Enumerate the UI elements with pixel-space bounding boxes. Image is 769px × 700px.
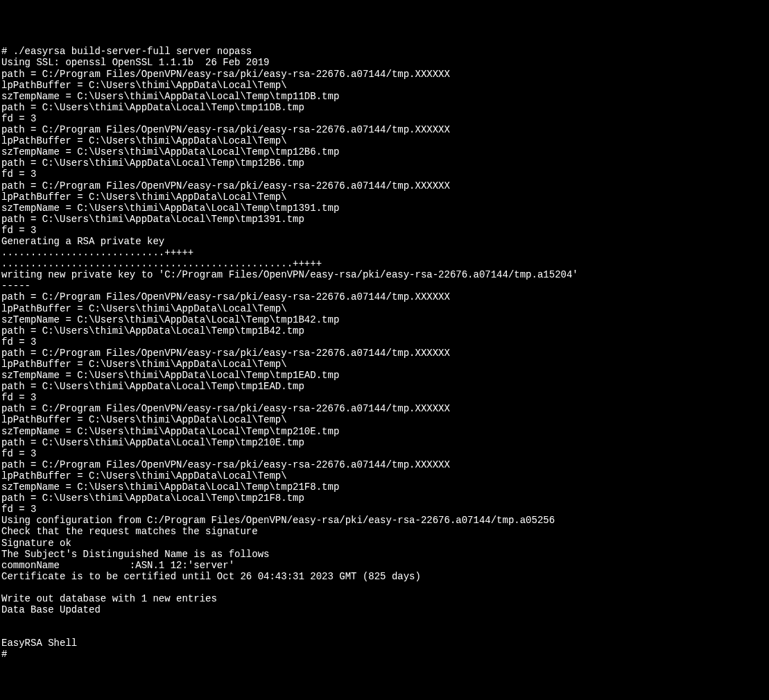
terminal-line: lpPathBuffer = C:\Users\thimi\AppData\Lo… xyxy=(1,135,769,146)
terminal-line: szTempName = C:\Users\thimi\AppData\Loca… xyxy=(1,481,769,493)
terminal-line: EasyRSA Shell xyxy=(1,638,769,649)
terminal-output[interactable]: # ./easyrsa build-server-full server nop… xyxy=(1,46,769,660)
terminal-line: The Subject's Distinguished Name is as f… xyxy=(1,549,769,560)
terminal-line xyxy=(1,626,769,638)
terminal-line: ............................+++++ xyxy=(1,247,769,258)
terminal-line: ........................................… xyxy=(1,258,769,269)
terminal-line: Using SSL: openssl OpenSSL 1.1.1b 26 Feb… xyxy=(1,57,769,68)
terminal-line: Certificate is to be certified until Oct… xyxy=(1,571,769,582)
terminal-line: path = C:/Program Files/OpenVPN/easy-rsa… xyxy=(1,459,769,470)
terminal-line: szTempName = C:\Users\thimi\AppData\Loca… xyxy=(1,426,769,437)
terminal-line: path = C:\Users\thimi\AppData\Local\Temp… xyxy=(1,381,769,392)
terminal-line: # xyxy=(1,649,769,660)
terminal-line: ----- xyxy=(1,280,769,291)
terminal-line: # ./easyrsa build-server-full server nop… xyxy=(1,46,769,57)
terminal-line: writing new private key to 'C:/Program F… xyxy=(1,269,769,280)
terminal-line: Data Base Updated xyxy=(1,604,769,615)
terminal-line: fd = 3 xyxy=(1,504,769,515)
terminal-line: lpPathBuffer = C:\Users\thimi\AppData\Lo… xyxy=(1,470,769,481)
terminal-line: path = C:\Users\thimi\AppData\Local\Temp… xyxy=(1,214,769,225)
terminal-line: fd = 3 xyxy=(1,169,769,180)
terminal-line: path = C:/Program Files/OpenVPN/easy-rsa… xyxy=(1,124,769,135)
terminal-line: fd = 3 xyxy=(1,448,769,459)
terminal-line: lpPathBuffer = C:\Users\thimi\AppData\Lo… xyxy=(1,303,769,314)
terminal-line: commonName :ASN.1 12:'server' xyxy=(1,560,769,571)
terminal-line: Generating a RSA private key xyxy=(1,236,769,247)
terminal-line: fd = 3 xyxy=(1,113,769,124)
terminal-line: path = C:\Users\thimi\AppData\Local\Temp… xyxy=(1,493,769,504)
terminal-line: szTempName = C:\Users\thimi\AppData\Loca… xyxy=(1,146,769,157)
terminal-line: fd = 3 xyxy=(1,225,769,236)
terminal-line: lpPathBuffer = C:\Users\thimi\AppData\Lo… xyxy=(1,359,769,370)
terminal-line: lpPathBuffer = C:\Users\thimi\AppData\Lo… xyxy=(1,80,769,91)
terminal-line: path = C:/Program Files/OpenVPN/easy-rsa… xyxy=(1,69,769,80)
terminal-line xyxy=(1,615,769,626)
terminal-line: path = C:/Program Files/OpenVPN/easy-rsa… xyxy=(1,403,769,414)
terminal-line: path = C:\Users\thimi\AppData\Local\Temp… xyxy=(1,325,769,336)
terminal-line: fd = 3 xyxy=(1,336,769,348)
terminal-line: path = C:/Program Files/OpenVPN/easy-rsa… xyxy=(1,348,769,359)
terminal-line: path = C:/Program Files/OpenVPN/easy-rsa… xyxy=(1,180,769,191)
terminal-line: lpPathBuffer = C:\Users\thimi\AppData\Lo… xyxy=(1,414,769,425)
terminal-line: szTempName = C:\Users\thimi\AppData\Loca… xyxy=(1,370,769,381)
terminal-line: Write out database with 1 new entries xyxy=(1,593,769,604)
terminal-line: lpPathBuffer = C:\Users\thimi\AppData\Lo… xyxy=(1,191,769,203)
terminal-line: szTempName = C:\Users\thimi\AppData\Loca… xyxy=(1,314,769,325)
terminal-line: path = C:\Users\thimi\AppData\Local\Temp… xyxy=(1,157,769,169)
terminal-line: path = C:\Users\thimi\AppData\Local\Temp… xyxy=(1,437,769,448)
terminal-line: szTempName = C:\Users\thimi\AppData\Loca… xyxy=(1,91,769,102)
terminal-line: path = C:/Program Files/OpenVPN/easy-rsa… xyxy=(1,291,769,302)
terminal-line: fd = 3 xyxy=(1,392,769,403)
terminal-line: Signature ok xyxy=(1,538,769,549)
terminal-line: path = C:\Users\thimi\AppData\Local\Temp… xyxy=(1,102,769,113)
terminal-line: szTempName = C:\Users\thimi\AppData\Loca… xyxy=(1,203,769,214)
terminal-line xyxy=(1,582,769,593)
terminal-line: Using configuration from C:/Program File… xyxy=(1,515,769,526)
terminal-line: Check that the request matches the signa… xyxy=(1,526,769,537)
